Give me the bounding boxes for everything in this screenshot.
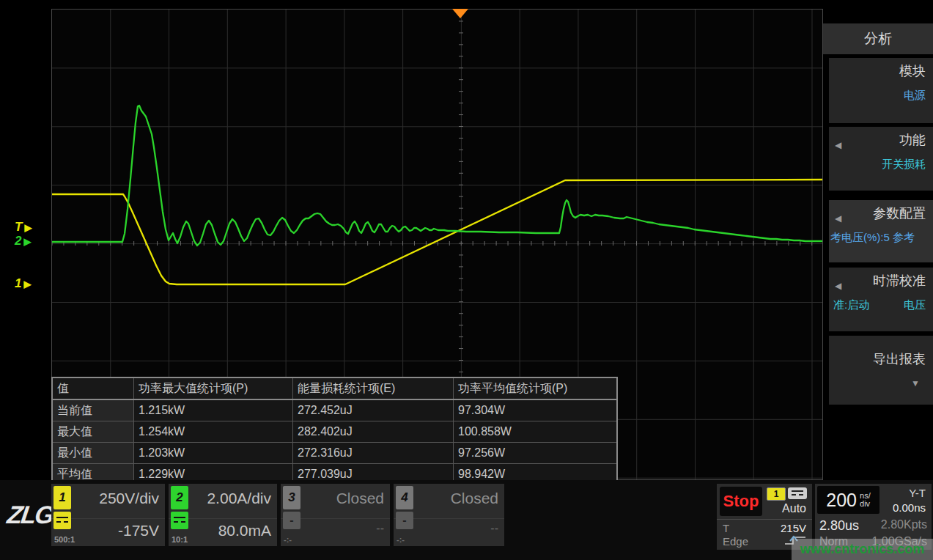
measurement-table: 值 功率最大值统计项(P) 能量损耗统计项(E) 功率平均值统计项(P) 当前值… xyxy=(51,377,618,486)
dc-coupling-icon xyxy=(54,512,71,529)
function-label: 功能 xyxy=(833,131,926,149)
table-cell: 97.304W xyxy=(454,399,618,421)
table-header: 值 xyxy=(52,377,134,399)
table-cell: 1.215kW xyxy=(134,399,293,421)
analysis-menu: 分析 模块 电源 ◀ 功能 开关损耗 ◀ 参数配置 考电压(%):5 参考 ◀ … xyxy=(823,0,933,480)
trigger-level-marker[interactable]: T ▶ xyxy=(15,220,50,235)
chevron-down-icon: ▼ xyxy=(833,378,926,388)
menu-item-export-report[interactable]: 导出报表 ▼ xyxy=(829,336,933,405)
trigger-level-t-label: T xyxy=(723,522,729,534)
trigger-coupling-icon xyxy=(788,487,807,499)
deskew-label: 时滞校准 xyxy=(833,272,926,290)
deskew-value-right: 电压 xyxy=(904,298,926,312)
table-cell: 1.203kW xyxy=(134,443,293,464)
channel2-scale: 2.00A/div xyxy=(207,490,271,507)
channel2-marker-label: 2 xyxy=(15,234,21,248)
function-value: 开关损耗 xyxy=(833,158,926,172)
channel1-offset: -175V xyxy=(118,522,159,539)
menu-item-function[interactable]: ◀ 功能 开关损耗 xyxy=(829,127,933,191)
trigger-level-label: T xyxy=(15,220,22,235)
channel4-coupling-icon: - xyxy=(396,512,413,529)
chann2-probe-ratio: 10:1 xyxy=(172,535,188,544)
row-label: 最小值 xyxy=(52,443,134,464)
watermark: www.cntronics.com xyxy=(792,539,933,560)
trigger-delay: 0.00ns xyxy=(893,501,926,514)
channel1-position-marker[interactable]: 1 ▶ xyxy=(15,276,50,291)
collapse-arrow-icon: ◀ xyxy=(835,213,841,224)
module-value: 电源 xyxy=(833,89,926,103)
channel3-badge: 3 xyxy=(283,486,300,509)
menu-title: 分析 xyxy=(823,23,933,54)
deskew-value-left: 准:启动 xyxy=(833,298,869,312)
menu-item-deskew[interactable]: ◀ 时滞校准 准:启动 电压 xyxy=(829,268,933,331)
right-arrow-icon: ▶ xyxy=(24,222,32,233)
right-arrow-icon: ▶ xyxy=(23,279,31,290)
channel4-block[interactable]: 4 - Closed -- -:- xyxy=(394,484,504,546)
trigger-type: Edge xyxy=(723,535,748,548)
table-cell: 97.256W xyxy=(454,443,618,464)
trigger-level-value: 215V xyxy=(781,522,806,534)
channel3-coupling-icon: - xyxy=(283,512,300,529)
channel1-scale: 250V/div xyxy=(99,490,159,507)
channel1-block[interactable]: 1 250V/div -175V 500:1 xyxy=(51,484,165,546)
trigger-source-badge: 1 xyxy=(767,487,786,501)
table-header: 功率最大值统计项(P) xyxy=(134,377,293,399)
channel1-badge: 1 xyxy=(54,486,71,509)
table-cell: 272.316uJ xyxy=(293,443,454,464)
table-row: 最小值 1.203kW 272.316uJ 97.256W xyxy=(52,443,617,464)
channel1-marker-label: 1 xyxy=(15,276,21,291)
right-arrow-icon: ▶ xyxy=(23,236,31,247)
channel3-block[interactable]: 3 - Closed -- -:- xyxy=(281,484,390,546)
table-header: 能量损耗统计项(E) xyxy=(293,377,454,399)
row-label: 最大值 xyxy=(52,421,134,443)
collapse-arrow-icon: ◀ xyxy=(835,281,841,291)
oscilloscope-screen: T ▶ 2 ▶ 1 ▶ 值 功率最大值统计项(P) 能量损耗统计项(E) 功率平… xyxy=(0,0,933,560)
channel4-scale: Closed xyxy=(451,490,498,507)
trigger-mode: Auto xyxy=(782,502,806,515)
collapse-arrow-icon: ◀ xyxy=(835,140,841,150)
table-cell: 1.254kW xyxy=(134,421,293,443)
trigger-position-marker[interactable] xyxy=(452,9,468,18)
record-length: 2.80Kpts xyxy=(881,518,927,534)
param-config-label: 参数配置 xyxy=(833,205,926,222)
menu-item-module[interactable]: 模块 电源 xyxy=(829,58,933,123)
channel4-offset: -- xyxy=(490,522,498,535)
channel2-position-marker[interactable]: 2 ▶ xyxy=(15,234,50,248)
display-mode: Y-T xyxy=(909,487,926,499)
channel3-probe-ratio: -:- xyxy=(284,535,292,544)
row-label: 当前值 xyxy=(52,399,134,421)
table-cell: 100.858W xyxy=(454,421,618,443)
param-config-value: 考电压(%):5 参考 xyxy=(830,231,926,245)
time-window: 2.80us xyxy=(819,518,859,534)
timebase-setting: 200 ns/div xyxy=(817,486,879,514)
channel3-scale: Closed xyxy=(336,490,384,507)
table-cell: 282.402uJ xyxy=(293,421,454,443)
module-label: 模块 xyxy=(833,62,926,80)
table-row: 最大值 1.254kW 282.402uJ 100.858W xyxy=(52,421,617,443)
channel4-badge: 4 xyxy=(396,486,413,509)
table-row: 当前值 1.215kW 272.452uJ 97.304W xyxy=(52,399,617,421)
table-header: 功率平均值统计项(P) xyxy=(454,377,618,399)
channel1-probe-ratio: 500:1 xyxy=(54,535,75,544)
table-cell: 272.452uJ xyxy=(293,399,454,421)
channel2-block[interactable]: 2 2.00A/div 80.0mA 10:1 xyxy=(169,484,277,546)
export-report-label: 导出报表 xyxy=(833,350,926,368)
channel2-badge: 2 xyxy=(171,486,188,509)
menu-item-param-config[interactable]: ◀ 参数配置 考电压(%):5 参考 xyxy=(829,200,933,262)
dc-coupling-icon xyxy=(171,512,188,529)
channel4-probe-ratio: -:- xyxy=(397,535,405,544)
channel3-offset: -- xyxy=(376,522,384,535)
acquisition-status: Stop xyxy=(720,487,762,516)
channel2-offset: 80.0mA xyxy=(218,522,271,539)
